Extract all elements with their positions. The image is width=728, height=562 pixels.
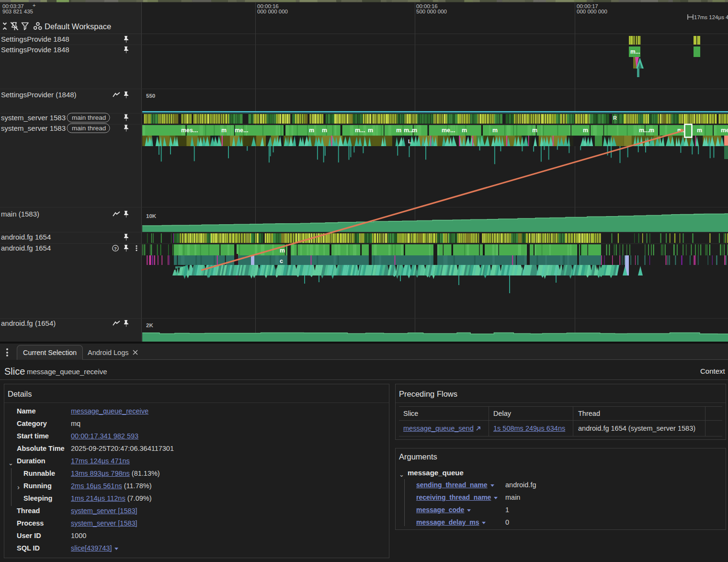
svg-text:550: 550 <box>146 93 155 99</box>
svg-text:m: m <box>412 127 417 134</box>
svg-text:android.fg (1654): android.fg (1654) <box>1 319 56 327</box>
svg-text:m: m <box>368 127 373 134</box>
svg-text:main (1583): main (1583) <box>1 210 39 218</box>
svg-text:500 000 000: 500 000 000 <box>416 9 447 14</box>
svg-text:2K: 2K <box>146 322 153 328</box>
svg-text:system_server 1583: system_server 1583 <box>1 114 66 122</box>
svg-text:Default Workspace: Default Workspace <box>45 22 111 31</box>
svg-text:system_server 1583: system_server 1583 <box>1 124 66 132</box>
svg-text:?: ? <box>114 246 117 251</box>
svg-text:c: c <box>280 258 283 264</box>
svg-text:me...: me... <box>721 127 728 134</box>
svg-text:m: m <box>583 127 588 134</box>
svg-text:m...: m... <box>630 48 640 55</box>
svg-text:SettingsProvide 1848: SettingsProvide 1848 <box>1 46 69 54</box>
svg-text:m: m <box>309 127 314 134</box>
svg-text:SettingsProvide 1848: SettingsProvide 1848 <box>1 35 69 43</box>
svg-text:SettingsProvider (1848): SettingsProvider (1848) <box>1 91 77 99</box>
svg-text:m: m <box>532 127 537 134</box>
svg-text:android.fg 1654: android.fg 1654 <box>1 233 51 241</box>
svg-text:m: m <box>462 127 467 134</box>
svg-text:903 821 435: 903 821 435 <box>2 9 33 14</box>
svg-text:m: m <box>322 127 327 134</box>
svg-text:m: m <box>492 127 498 134</box>
svg-text:17ms 124μs 471: 17ms 124μs 471 <box>694 14 728 20</box>
svg-text:me...: me... <box>235 127 249 134</box>
svg-text:+: + <box>33 2 35 8</box>
svg-text:m: m <box>280 247 285 254</box>
svg-text:10K: 10K <box>146 213 157 219</box>
svg-text:m: m <box>649 127 654 134</box>
svg-text:m...: m... <box>639 127 649 134</box>
svg-text:android.fg 1654: android.fg 1654 <box>1 244 51 252</box>
svg-text:main thread: main thread <box>72 114 106 121</box>
svg-text:m...: m... <box>355 127 365 134</box>
svg-text:mes...: mes... <box>181 127 198 134</box>
svg-text:000 000 000: 000 000 000 <box>257 9 288 14</box>
svg-text:m: m <box>697 127 702 134</box>
svg-text:R: R <box>613 115 617 121</box>
svg-text:L: L <box>408 138 411 144</box>
svg-text:main thread: main thread <box>72 125 106 132</box>
svg-text:m: m <box>221 127 227 134</box>
svg-text:me...: me... <box>442 127 455 134</box>
svg-text:000 000 000: 000 000 000 <box>577 9 607 14</box>
svg-text:m: m <box>396 127 401 134</box>
